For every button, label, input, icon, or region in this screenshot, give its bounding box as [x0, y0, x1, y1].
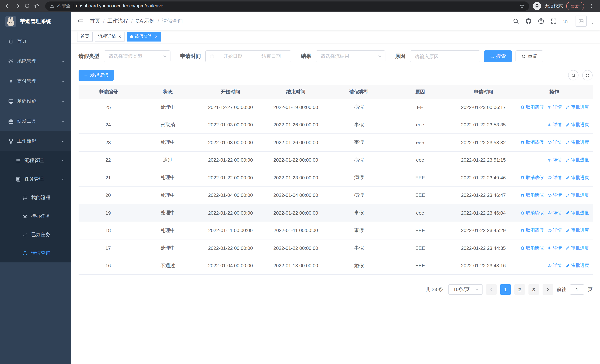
sidebar-item[interactable]: 基础设施	[0, 91, 71, 111]
close-icon[interactable]: ×	[118, 34, 121, 39]
yen-icon: ¥	[8, 78, 14, 84]
browser-back-icon[interactable]	[3, 1, 13, 11]
approval-progress-link[interactable]: 审批进度	[565, 139, 589, 146]
font-size-icon[interactable]: TT	[563, 18, 570, 24]
browser-reload-icon[interactable]	[22, 1, 32, 11]
approval-progress-link[interactable]: 审批进度	[565, 175, 589, 181]
detail-link[interactable]: 详情	[547, 157, 562, 163]
sidebar-item[interactable]: 流程管理	[0, 151, 71, 170]
approval-progress-link[interactable]: 审批进度	[565, 227, 589, 234]
sidebar-item[interactable]: 任务管理	[0, 170, 71, 188]
column-header: 操作	[516, 89, 593, 95]
close-icon[interactable]: ×	[155, 34, 158, 39]
next-page-button[interactable]	[543, 284, 553, 295]
approval-progress-link[interactable]: 审批进度	[565, 192, 589, 198]
cancel-leave-link[interactable]: 取消请假	[520, 192, 544, 198]
sidebar-item[interactable]: 研发工具	[0, 111, 71, 131]
breadcrumb-item[interactable]: OA 示例	[136, 18, 155, 24]
search-icon[interactable]	[513, 18, 519, 24]
apply-time-range-picker[interactable]: 开始日期 - 结束日期	[205, 50, 291, 62]
detail-link[interactable]: 详情	[547, 175, 562, 181]
sidebar-item[interactable]: 首页	[0, 31, 71, 51]
sidebar-item[interactable]: 我的流程	[0, 188, 71, 207]
cell-actions: 取消请假详情审批进度	[516, 192, 593, 198]
action-label: 详情	[553, 139, 562, 146]
browser-forward-icon[interactable]	[13, 1, 22, 11]
detail-link[interactable]: 详情	[547, 139, 562, 146]
tab[interactable]: 首页	[77, 32, 93, 41]
detail-link[interactable]: 详情	[547, 122, 562, 128]
eye-icon	[547, 193, 552, 197]
search-button[interactable]: 搜索	[484, 50, 512, 62]
approval-progress-link[interactable]: 审批进度	[565, 263, 589, 269]
reason-input[interactable]	[410, 50, 480, 62]
cancel-leave-link[interactable]: 取消请假	[520, 227, 544, 234]
cell-reason: EEE	[390, 263, 451, 269]
user-avatar[interactable]	[576, 16, 587, 27]
edit-icon	[565, 123, 570, 127]
cancel-leave-link[interactable]: 取消请假	[520, 175, 544, 181]
cancel-leave-link[interactable]: 取消请假	[520, 139, 544, 146]
detail-link[interactable]: 详情	[547, 192, 562, 198]
user-menu-caret-icon[interactable]	[590, 21, 594, 25]
edit-icon	[565, 158, 570, 162]
approval-progress-link[interactable]: 审批进度	[565, 245, 589, 251]
trash-icon	[520, 246, 525, 250]
page-button[interactable]: 1	[500, 284, 511, 295]
cell-id: 22	[79, 157, 138, 163]
approval-progress-link[interactable]: 审批进度	[565, 210, 589, 216]
browser-home-icon[interactable]	[32, 1, 41, 11]
reason-label: 原因	[395, 53, 405, 60]
prev-page-button[interactable]	[486, 284, 497, 295]
breadcrumb-item[interactable]: 首页	[90, 18, 100, 24]
toggle-search-button[interactable]	[568, 70, 579, 80]
detail-link[interactable]: 详情	[547, 245, 562, 251]
sidebar-item[interactable]: 已办任务	[0, 225, 71, 244]
cell-type: 婚假	[328, 262, 390, 269]
approval-progress-link[interactable]: 审批进度	[565, 122, 589, 128]
detail-link[interactable]: 详情	[547, 227, 562, 234]
help-icon[interactable]	[538, 18, 544, 24]
cell-id: 17	[79, 245, 138, 251]
sidebar-toggle-icon[interactable]	[77, 18, 84, 24]
detail-link[interactable]: 详情	[547, 263, 562, 269]
cancel-leave-link[interactable]: 取消请假	[520, 245, 544, 251]
sidebar-item[interactable]: 系统管理	[0, 51, 71, 71]
update-button[interactable]: 更新	[566, 2, 584, 10]
action-label: 详情	[553, 227, 562, 234]
page-button[interactable]: 3	[528, 284, 539, 295]
approval-progress-link[interactable]: 审批进度	[565, 157, 589, 163]
breadcrumb: 首页/工作流程/OA 示例/请假查询	[90, 18, 183, 24]
sidebar-item[interactable]: ¥支付管理	[0, 71, 71, 91]
leave-type-select[interactable]: 请选择请假类型	[104, 50, 170, 62]
goto-page-input[interactable]	[570, 284, 584, 295]
cancel-leave-link[interactable]: 取消请假	[520, 104, 544, 111]
fullscreen-icon[interactable]	[550, 18, 557, 24]
browser-menu-icon[interactable]	[587, 2, 596, 10]
bookmark-star-icon[interactable]	[519, 3, 525, 9]
refresh-table-button[interactable]	[582, 70, 593, 80]
sidebar-item[interactable]: 工作流程	[0, 131, 71, 151]
approval-progress-link[interactable]: 审批进度	[565, 104, 589, 111]
page-size-select[interactable]: 10条/页	[449, 284, 483, 295]
detail-link[interactable]: 详情	[547, 210, 562, 216]
address-bar[interactable]: 不安全 dashboard.yudao.iocoder.cn/bpm/oa/le…	[45, 1, 529, 10]
logo[interactable]: 芋道管理系统	[0, 12, 71, 31]
github-icon[interactable]	[525, 18, 532, 24]
page-button[interactable]: 2	[514, 284, 525, 295]
cancel-leave-link[interactable]: 取消请假	[520, 210, 544, 216]
detail-link[interactable]: 详情	[547, 104, 562, 111]
table-toolbar: 发起请假	[79, 70, 593, 81]
tab[interactable]: 流程详情×	[95, 32, 124, 41]
reset-button[interactable]: 重置	[516, 50, 543, 62]
sidebar-item[interactable]: 待办任务	[0, 207, 71, 225]
task-icon	[16, 176, 21, 182]
create-leave-button[interactable]: 发起请假	[79, 70, 114, 81]
cell-id: 25	[79, 104, 138, 110]
tab[interactable]: 请假查询×	[127, 32, 161, 41]
result-select[interactable]: 请选择流结果	[316, 50, 385, 62]
table-row: 23处理中2022-01-03 00:00:002022-01-26 00:00…	[79, 134, 593, 151]
sidebar-item[interactable]: 请假查询	[0, 244, 71, 262]
chevron-right-icon	[545, 287, 550, 292]
breadcrumb-item[interactable]: 工作流程	[107, 18, 128, 24]
